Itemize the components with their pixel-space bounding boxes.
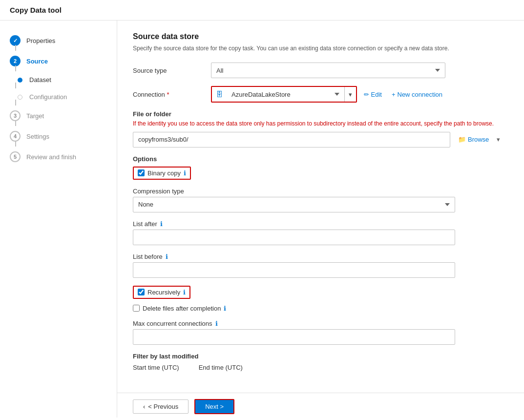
browse-row: 📁 Browse ▾ — [133, 132, 508, 147]
recursively-checkbox[interactable] — [138, 289, 145, 295]
step-dot-configuration — [18, 95, 22, 100]
file-folder-input[interactable] — [133, 132, 450, 147]
step-circle-review: 5 — [10, 151, 21, 162]
filter-columns: Start time (UTC) End time (UTC) — [133, 364, 508, 371]
required-indicator: * — [167, 91, 169, 98]
sidebar-item-settings[interactable]: 4 Settings — [0, 126, 117, 147]
connection-select-wrapper: 🗄 AzureDataLakeStore ▾ — [211, 86, 357, 103]
step-label-configuration: Configuration — [29, 93, 67, 101]
list-after-label: List after ℹ — [133, 220, 508, 228]
source-type-control: All Azure Blob Storage Azure Data Lake S… — [211, 63, 445, 78]
section-title: Source data store — [133, 32, 508, 41]
delete-files-row: Delete files after completion ℹ — [133, 305, 508, 312]
step-label-review: Review and finish — [26, 153, 76, 161]
step-circle-target: 3 — [10, 110, 21, 121]
connection-row: Connection * 🗄 AzureDataLakeStore ▾ ✏ Ed… — [133, 86, 508, 103]
delete-files-checkbox[interactable] — [133, 305, 140, 312]
max-connections-label: Max concurrent connections ℹ — [133, 320, 508, 327]
section-desc: Specify the source data store for the co… — [133, 44, 508, 53]
list-after-info-icon[interactable]: ℹ — [160, 220, 163, 228]
list-before-info-icon[interactable]: ℹ — [166, 253, 168, 260]
step-circle-properties: ✓ — [10, 35, 21, 46]
step-label-settings: Settings — [26, 133, 49, 140]
options-title: Options — [133, 155, 508, 163]
compression-type-select[interactable]: None GZip Deflate BZip2 ZipDeflate — [133, 197, 455, 212]
delete-files-info-icon[interactable]: ℹ — [224, 305, 226, 312]
main-content: Source data store Specify the source dat… — [117, 21, 524, 418]
connection-dropdown-btn[interactable]: ▾ — [344, 87, 356, 102]
sidebar-item-dataset[interactable]: Dataset — [0, 71, 117, 88]
recursively-section: Recursively ℹ — [133, 286, 508, 299]
plus-icon: + — [392, 91, 396, 98]
source-type-row: Source type All Azure Blob Storage Azure… — [133, 63, 508, 78]
list-before-input[interactable] — [133, 262, 455, 278]
file-folder-section: File or folder If the identity you use t… — [133, 110, 508, 147]
step-label-properties: Properties — [26, 37, 55, 44]
list-before-section: List before ℹ — [133, 253, 508, 278]
list-after-section: List after ℹ — [133, 220, 508, 245]
filter-section: Filter by last modified Start time (UTC)… — [133, 353, 508, 371]
file-folder-title: File or folder — [133, 110, 508, 118]
binary-copy-checkbox[interactable] — [138, 169, 145, 176]
compression-type-section: Compression type None GZip Deflate BZip2… — [133, 188, 508, 212]
footer: ‹ < Previous Next > — [117, 393, 524, 420]
max-connections-info-icon[interactable]: ℹ — [215, 320, 218, 327]
source-type-label: Source type — [133, 67, 211, 74]
binary-copy-highlighted: Binary copy ℹ — [133, 167, 191, 180]
start-time-label: Start time (UTC) — [133, 364, 179, 371]
step-label-target: Target — [26, 112, 44, 120]
connection-control: 🗄 AzureDataLakeStore ▾ ✏ Edit + New conn… — [211, 86, 445, 103]
connection-label: Connection * — [133, 91, 211, 98]
new-connection-button[interactable]: + New connection — [389, 89, 445, 100]
filter-title: Filter by last modified — [133, 353, 508, 360]
folder-icon: 📁 — [458, 136, 466, 143]
sidebar-item-review[interactable]: 5 Review and finish — [0, 147, 117, 167]
connection-select[interactable]: AzureDataLakeStore — [227, 87, 344, 102]
step-circle-source: 2 — [10, 56, 21, 66]
step-label-source: Source — [26, 58, 48, 65]
sidebar-item-properties[interactable]: ✓ Properties — [0, 30, 117, 51]
recursively-info-icon[interactable]: ℹ — [183, 289, 186, 296]
edit-icon: ✏ — [364, 91, 369, 98]
recursively-label: Recursively — [147, 289, 180, 296]
compression-type-label: Compression type — [133, 188, 508, 195]
options-section: Options Binary copy ℹ — [133, 155, 508, 180]
sidebar-item-configuration[interactable]: Configuration — [0, 88, 117, 105]
delete-files-label: Delete files after completion — [143, 305, 221, 312]
file-folder-desc: If the identity you use to access the da… — [133, 120, 508, 128]
source-type-select[interactable]: All Azure Blob Storage Azure Data Lake S… — [211, 63, 445, 78]
binary-copy-label: Binary copy — [147, 169, 181, 177]
previous-icon: ‹ — [143, 403, 145, 410]
step-circle-settings: 4 — [10, 131, 21, 142]
next-button[interactable]: Next > — [194, 399, 234, 414]
browse-button[interactable]: 📁 Browse — [454, 134, 493, 145]
max-connections-section: Max concurrent connections ℹ — [133, 320, 508, 345]
binary-copy-info-icon[interactable]: ℹ — [184, 169, 186, 177]
end-time-label: End time (UTC) — [199, 364, 243, 371]
list-after-input[interactable] — [133, 230, 455, 245]
sidebar-item-source[interactable]: 2 Source — [0, 51, 117, 71]
list-before-label: List before ℹ — [133, 253, 508, 260]
app-title: Copy Data tool — [0, 0, 524, 21]
data-store-icon: 🗄 — [212, 90, 227, 98]
sidebar: ✓ Properties 2 Source Dataset Configurat… — [0, 21, 117, 418]
browse-chevron[interactable]: ▾ — [497, 136, 500, 143]
step-dot-dataset — [18, 78, 22, 83]
previous-button[interactable]: ‹ < Previous — [133, 399, 189, 414]
sidebar-item-target[interactable]: 3 Target — [0, 105, 117, 126]
max-connections-input[interactable] — [133, 329, 455, 345]
recursively-highlighted: Recursively ℹ — [133, 286, 190, 299]
edit-button[interactable]: ✏ Edit — [361, 89, 385, 100]
step-label-dataset: Dataset — [29, 76, 51, 84]
